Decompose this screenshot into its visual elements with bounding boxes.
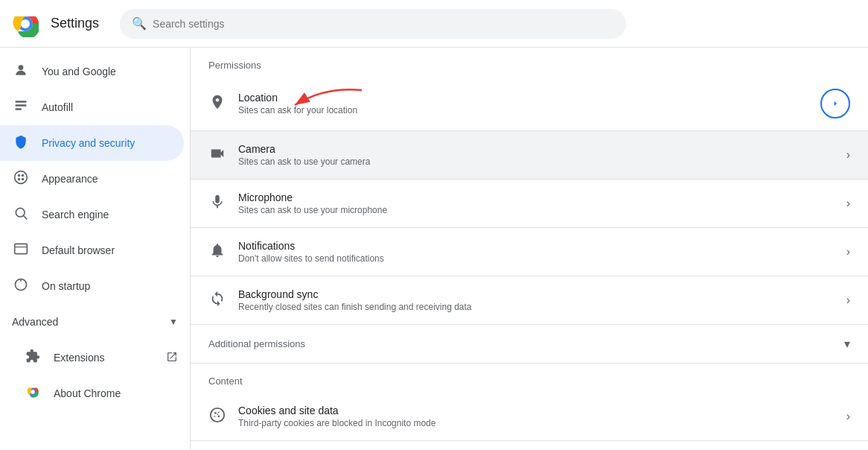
svg-point-7	[15, 171, 28, 183]
svg-point-9	[22, 174, 24, 176]
svg-point-10	[18, 177, 20, 180]
sidebar-advanced-section[interactable]: Advanced ▼	[0, 304, 190, 340]
svg-rect-6	[16, 108, 22, 110]
permission-title: Cookies and site data	[238, 405, 835, 416]
svg-point-12	[16, 208, 25, 217]
chrome-logo	[12, 10, 39, 37]
permission-text-cookies: Cookies and site data Third-party cookie…	[238, 405, 835, 428]
sidebar-item-label: Privacy and security	[42, 137, 172, 149]
permission-title: Notifications	[238, 240, 835, 252]
permission-text-background-sync: Background sync Recently closed sites ca…	[238, 288, 835, 312]
svg-point-23	[218, 411, 220, 413]
permission-text-camera: Camera Sites can ask to use your camera	[238, 143, 835, 167]
chevron-down-icon: ▾	[844, 337, 850, 351]
startup-icon	[12, 277, 30, 296]
chevron-right-icon: ›	[846, 294, 850, 307]
chevron-right-icon: ›	[846, 245, 850, 259]
content-header-label: Content	[208, 375, 243, 387]
svg-point-2	[21, 19, 30, 28]
svg-point-24	[214, 415, 215, 416]
svg-point-3	[19, 65, 24, 70]
person-icon	[12, 63, 30, 81]
extensions-icon	[24, 349, 42, 367]
annotation-arrow	[280, 83, 369, 120]
main-content: Permissions Location Sites can ask for y…	[191, 48, 868, 450]
svg-point-22	[214, 411, 217, 413]
autofill-icon	[12, 98, 30, 117]
svg-point-19	[31, 390, 35, 394]
chevron-right-icon: ›	[846, 148, 850, 162]
location-circle-button[interactable]	[820, 89, 850, 118]
microphone-icon	[208, 194, 226, 214]
svg-rect-5	[16, 104, 27, 107]
about-chrome-icon	[24, 384, 42, 403]
permission-title: Background sync	[238, 288, 835, 300]
permission-item-microphone[interactable]: Microphone Sites can ask to use your mic…	[191, 180, 868, 228]
permissions-header-label: Permissions	[208, 60, 261, 71]
palette-icon	[12, 170, 30, 188]
sidebar-item-about-chrome[interactable]: About Chrome	[0, 375, 190, 411]
permissions-section-header: Permissions	[191, 48, 868, 77]
sidebar-item-label: Autofill	[42, 101, 172, 113]
svg-rect-14	[15, 244, 28, 253]
svg-point-25	[217, 415, 220, 417]
content-section-header: Content	[191, 364, 868, 393]
permission-text-microphone: Microphone Sites can ask to use your mic…	[238, 191, 835, 215]
topbar: Settings 🔍	[0, 0, 868, 48]
permission-text-notifications: Notifications Don't allow sites to send …	[238, 240, 835, 264]
permission-item-background-sync[interactable]: Background sync Recently closed sites ca…	[191, 276, 868, 325]
sidebar-item-you-google[interactable]: You and Google	[0, 54, 184, 89]
external-link-icon	[166, 351, 178, 365]
permission-desc: Recently closed sites can finish sending…	[238, 302, 835, 312]
permission-desc: Third-party cookies are blocked in Incog…	[238, 418, 835, 428]
sidebar: You and Google Autofill Privacy and secu…	[0, 48, 191, 450]
page-title: Settings	[51, 16, 99, 31]
sidebar-item-on-startup[interactable]: On startup	[0, 268, 184, 304]
search-icon: 🔍	[132, 16, 147, 31]
sidebar-item-search-engine[interactable]: Search engine	[0, 197, 184, 232]
permission-title: Microphone	[238, 191, 835, 203]
chevron-right-icon: ›	[846, 197, 850, 210]
sidebar-item-label: Default browser	[42, 244, 172, 256]
svg-line-13	[24, 215, 28, 219]
sidebar-item-default-browser[interactable]: Default browser	[0, 232, 184, 268]
chevron-down-icon: ▼	[169, 317, 178, 327]
search-engine-icon	[12, 206, 30, 224]
additional-permissions-label: Additional permissions	[208, 338, 305, 349]
sidebar-item-label: Search engine	[42, 209, 172, 221]
sync-icon	[208, 291, 226, 311]
permission-item-cookies[interactable]: Cookies and site data Third-party cookie…	[191, 393, 868, 441]
camera-icon	[208, 145, 226, 165]
sidebar-item-extensions[interactable]: Extensions	[0, 340, 190, 375]
permission-item-notifications[interactable]: Notifications Don't allow sites to send …	[191, 228, 868, 276]
sidebar-item-label: Extensions	[54, 352, 154, 364]
additional-permissions-header[interactable]: Additional permissions ▾	[191, 325, 868, 364]
cookies-icon	[208, 407, 226, 427]
chevron-right-icon: ›	[846, 410, 850, 423]
svg-point-11	[22, 177, 24, 180]
permission-title: Camera	[238, 143, 835, 155]
svg-point-26	[217, 413, 218, 415]
permission-item-camera[interactable]: Camera Sites can ask to use your camera …	[191, 131, 868, 180]
notifications-icon	[208, 242, 226, 262]
sidebar-item-autofill[interactable]: Autofill	[0, 89, 184, 125]
shield-icon	[12, 134, 30, 153]
permission-desc: Don't allow sites to send notifications	[238, 253, 835, 264]
permission-desc: Sites can ask to use your microphone	[238, 205, 835, 215]
sidebar-item-label: You and Google	[42, 66, 172, 77]
sidebar-item-label: On startup	[42, 280, 172, 292]
advanced-label: Advanced	[12, 316, 58, 328]
search-input[interactable]	[153, 18, 614, 30]
svg-rect-4	[16, 101, 27, 103]
layout: You and Google Autofill Privacy and secu…	[0, 48, 868, 450]
sidebar-item-label: Appearance	[42, 173, 172, 185]
sidebar-item-label: About Chrome	[54, 387, 178, 399]
sidebar-item-privacy-security[interactable]: Privacy and security	[0, 125, 184, 161]
sidebar-item-appearance[interactable]: Appearance	[0, 161, 184, 197]
permission-item-location[interactable]: Location Sites can ask for your location	[191, 77, 868, 131]
search-bar[interactable]: 🔍	[120, 9, 626, 39]
browser-icon	[12, 241, 30, 260]
svg-point-8	[18, 174, 20, 176]
location-icon	[208, 94, 226, 114]
permission-desc: Sites can ask to use your camera	[238, 156, 835, 167]
